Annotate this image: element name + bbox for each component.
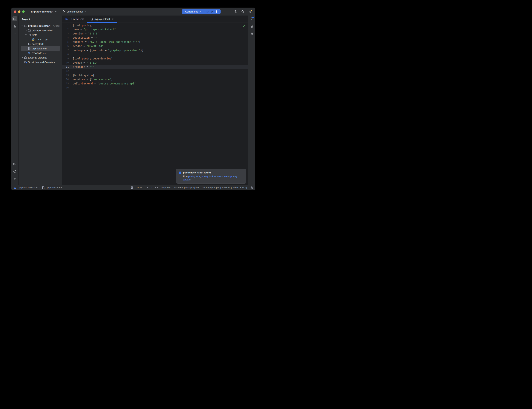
code-line-4[interactable]: 4description = "": [62, 36, 248, 40]
zoom-window-button[interactable]: [22, 10, 25, 13]
tree-item-init-py[interactable]: __init__.py: [21, 37, 60, 42]
tree-item-external-libraries[interactable]: External Libraries: [21, 55, 60, 60]
inspection-ok-icon[interactable]: [242, 24, 246, 28]
breadcrumb-pyproject-toml[interactable]: [T]pyproject.toml: [42, 186, 62, 189]
line-number[interactable]: 4: [62, 36, 72, 39]
line-number[interactable]: 13: [62, 74, 72, 76]
minimize-window-button[interactable]: [18, 10, 20, 13]
token-p: ]: [93, 74, 94, 77]
more-run-options-button[interactable]: [214, 9, 219, 14]
chevron-down-icon[interactable]: [199, 10, 202, 13]
search-everywhere-button[interactable]: [240, 9, 245, 14]
chevron-right-icon[interactable]: [25, 29, 28, 31]
status-json-schema[interactable]: Schema: pyproject.json: [174, 186, 199, 189]
editor-tab-pyproject-toml[interactable]: [T]pyproject.toml: [87, 16, 117, 23]
folder-icon: [24, 24, 27, 27]
code-line-1[interactable]: 1[tool.poetry]: [62, 23, 248, 27]
code-line-5[interactable]: 5authors = ["Kyle Roche <hello@griptape.…: [62, 40, 248, 44]
tree-item-pyproject-toml[interactable]: [T]pyproject.toml: [21, 46, 60, 51]
token-p: =: [93, 82, 97, 85]
chevron-down-icon[interactable]: [21, 25, 24, 27]
notification-link-poetry-lock[interactable]: poetry lock: [188, 175, 200, 178]
scratches-icon: [24, 61, 27, 64]
code-line-7[interactable]: 7packages = [{include = "griptape_quicks…: [62, 48, 248, 52]
line-number[interactable]: 6: [62, 45, 72, 47]
line-number[interactable]: 2: [62, 28, 72, 31]
add-user-button[interactable]: [233, 9, 238, 14]
line-number[interactable]: 14: [62, 78, 72, 81]
project-widget-button[interactable]: griptape-quickstart: [29, 9, 58, 14]
status-python-interpreter[interactable]: Poetry (griptape-quickstart) [Python 3.1…: [202, 186, 247, 189]
close-tab-icon[interactable]: [112, 18, 114, 20]
token-str: "": [94, 36, 97, 39]
tool-stripe-problems-button[interactable]: [12, 169, 17, 174]
tree-item-label: README.md: [32, 52, 46, 55]
editor-tab-readme-md[interactable]: M↓README.md: [62, 16, 87, 23]
tool-stripe-terminal-button[interactable]: [12, 161, 17, 166]
editor-tab-bar: M↓README.md[T]pyproject.toml: [62, 16, 248, 23]
tree-item-scratches-and-consoles[interactable]: Scratches and Consoles: [21, 60, 60, 64]
line-number[interactable]: 16: [62, 86, 72, 89]
code-line-3[interactable]: 3version = "0.1.0": [62, 31, 248, 36]
code-text: griptape = "*": [72, 65, 94, 68]
settings-button[interactable]: [248, 9, 253, 14]
close-window-button[interactable]: [14, 10, 16, 13]
token-key: tool.poetry: [74, 24, 91, 27]
tree-item-griptape-quickstart[interactable]: griptape-quickstart~/Docume: [21, 23, 60, 28]
code-line-12[interactable]: 12: [62, 69, 248, 73]
token-key: build-system: [74, 74, 93, 77]
tree-item-readme-md[interactable]: M↓README.md: [21, 51, 60, 55]
tree-item-poetry-lock[interactable]: [T]poetry.lock: [21, 42, 60, 46]
code-line-6[interactable]: 6readme = "README.md": [62, 44, 248, 48]
code-line-16[interactable]: 16: [62, 86, 248, 90]
tool-stripe-database-button[interactable]: [249, 24, 254, 29]
run-configuration-selector[interactable]: Current File: [185, 10, 198, 13]
code-line-8[interactable]: 8: [62, 52, 248, 56]
line-number[interactable]: 5: [62, 40, 72, 43]
line-number[interactable]: 1: [62, 24, 72, 27]
chevron-down-icon[interactable]: [25, 34, 28, 36]
chevron-right-icon[interactable]: [21, 56, 24, 59]
tree-item-label: poetry.lock: [32, 43, 44, 46]
status-ai-assistant-status[interactable]: [130, 186, 133, 189]
line-number[interactable]: 10: [62, 61, 72, 64]
tool-stripe-project-folder-button[interactable]: [12, 16, 17, 21]
debug-button[interactable]: [210, 9, 214, 14]
notification-text: or: [227, 175, 230, 178]
notification-message: Run poetry lock, poetry lock --no-update…: [183, 175, 243, 181]
code-line-9[interactable]: 9[tool.poetry.dependencies]: [62, 56, 248, 61]
tool-stripe-notifications-button[interactable]: [249, 16, 254, 21]
tool-stripe-version-control-button[interactable]: [12, 177, 17, 181]
tree-item-path-hint: ~/Docume: [52, 24, 60, 27]
line-number[interactable]: 11: [62, 65, 72, 68]
line-number[interactable]: 7: [62, 49, 72, 52]
line-number[interactable]: 12: [62, 70, 72, 72]
status-line-separator[interactable]: LF: [146, 186, 148, 189]
tool-stripe-structure-button[interactable]: [12, 24, 17, 29]
status-file-encoding[interactable]: UTF-8: [151, 186, 158, 189]
code-line-2[interactable]: 2name = "griptape-quickstart": [62, 27, 248, 31]
tree-item-tests[interactable]: tests: [21, 33, 60, 37]
run-button[interactable]: [205, 9, 210, 14]
status-write-access[interactable]: [250, 186, 253, 189]
project-panel-header[interactable]: Project: [18, 16, 62, 22]
line-number[interactable]: 8: [62, 53, 72, 56]
status-indent-style[interactable]: 4 spaces: [162, 186, 171, 189]
tab-options-kebab-button[interactable]: [242, 18, 245, 21]
tree-item-griptape-quickstart[interactable]: griptape_quickstart: [21, 28, 60, 33]
tool-stripe-ai-assistant-button[interactable]: [249, 31, 254, 36]
code-editor[interactable]: 1[tool.poetry]2name = "griptape-quicksta…: [62, 23, 248, 185]
code-line-13[interactable]: 13[build-system]: [62, 73, 248, 77]
vcs-widget-button[interactable]: Version control: [61, 9, 88, 14]
status-caret-position[interactable]: 11:15: [137, 186, 142, 189]
breadcrumb-griptape-quickstart[interactable]: griptape-quickstart: [13, 186, 38, 189]
notification-link-poetry-lock-no-update[interactable]: poetry lock --no-update: [202, 175, 227, 178]
code-line-10[interactable]: 10python = "^3.11": [62, 61, 248, 65]
line-number[interactable]: 9: [62, 57, 72, 60]
line-number[interactable]: 15: [62, 82, 72, 85]
tool-stripe-more-button[interactable]: [12, 31, 17, 36]
code-line-11[interactable]: 11griptape = "*": [62, 65, 248, 69]
code-line-14[interactable]: 14requires = ["poetry-core"]: [62, 77, 248, 81]
code-line-15[interactable]: 15build-backend = "poetry.core.masonry.a…: [62, 81, 248, 86]
line-number[interactable]: 3: [62, 32, 72, 35]
